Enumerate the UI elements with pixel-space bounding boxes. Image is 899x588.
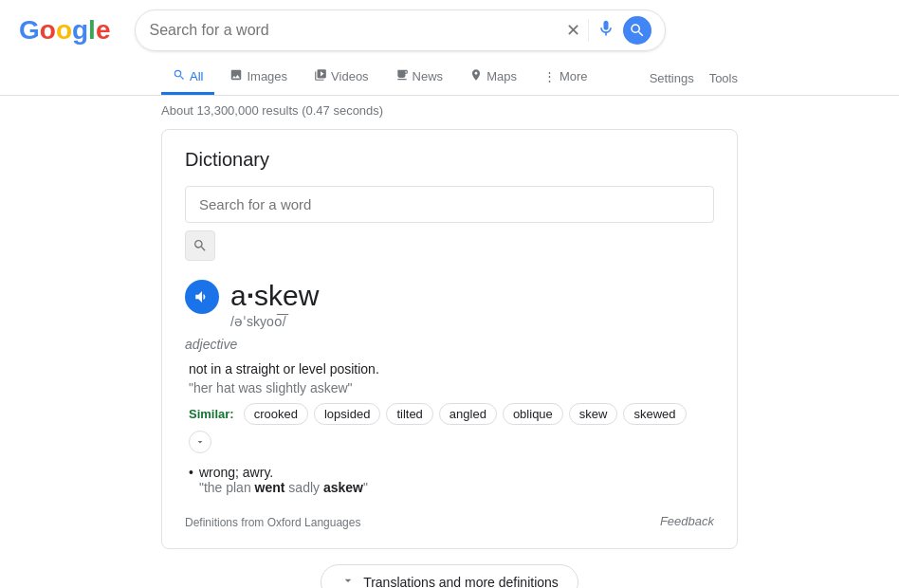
nav-item-maps[interactable]: Maps bbox=[458, 61, 528, 95]
nav-item-news[interactable]: News bbox=[384, 61, 455, 95]
similar-tag-skewed[interactable]: skewed bbox=[623, 403, 686, 425]
translations-label: Translations and more definitions bbox=[363, 575, 559, 588]
videos-icon bbox=[314, 68, 327, 84]
nav-item-more[interactable]: ⋮ More bbox=[532, 62, 599, 94]
nav-label-maps: Maps bbox=[486, 69, 517, 83]
audio-icon bbox=[185, 280, 219, 314]
word-header: a·skew /əˈskyoo͞/ bbox=[230, 280, 319, 329]
word-title: a·skew bbox=[230, 280, 319, 312]
source-row: Definitions from Oxford Languages Feedba… bbox=[185, 514, 714, 529]
google-logo: Google bbox=[19, 15, 110, 46]
def-example-1: "her hat was slightly askew" bbox=[189, 380, 714, 395]
nav-label-images: Images bbox=[247, 69, 287, 83]
nav-label-news: News bbox=[413, 69, 444, 83]
similar-tag-oblique[interactable]: oblique bbox=[503, 403, 563, 425]
bullet-symbol: • bbox=[189, 465, 193, 503]
expand-similar-button[interactable] bbox=[189, 431, 211, 453]
dict-search-container bbox=[185, 186, 714, 261]
word-pronunciation: /əˈskyoo͞/ bbox=[230, 314, 319, 329]
maps-icon bbox=[469, 68, 483, 84]
main-content: Dictionary a·skew /əˈskyoo͞/ adjective bbox=[0, 125, 899, 588]
nav-label-more: More bbox=[560, 69, 588, 83]
dict-search-button[interactable] bbox=[185, 230, 215, 261]
divider-line bbox=[588, 19, 589, 42]
settings-link[interactable]: Settings bbox=[650, 64, 694, 93]
bullet-def-2: • wrong; awry. "the plan went sadly aske… bbox=[189, 465, 714, 503]
header: Google askew ✕ bbox=[0, 0, 899, 51]
similar-tag-lopsided[interactable]: lopsided bbox=[314, 403, 380, 425]
definition-2: • wrong; awry. "the plan went sadly aske… bbox=[189, 465, 714, 503]
mic-icon[interactable] bbox=[596, 19, 615, 43]
nav-item-all[interactable]: All bbox=[161, 61, 214, 95]
def-example-2: "the plan went sadly askew" bbox=[199, 480, 368, 495]
chevron-down-icon bbox=[340, 573, 356, 588]
search-bar: askew ✕ bbox=[135, 9, 666, 51]
more-icon: ⋮ bbox=[543, 69, 556, 83]
word-entry: a·skew /əˈskyoo͞/ bbox=[185, 280, 714, 329]
search-button[interactable] bbox=[623, 16, 651, 45]
images-icon bbox=[229, 68, 243, 84]
nav-right: Settings Tools bbox=[650, 64, 738, 93]
all-icon bbox=[173, 68, 186, 84]
news-icon bbox=[395, 68, 409, 84]
def-text-2: wrong; awry. bbox=[199, 465, 368, 480]
nav-label-all: All bbox=[190, 69, 203, 83]
dict-search-input[interactable] bbox=[185, 186, 714, 223]
word-pos: adjective bbox=[185, 337, 714, 352]
clear-icon[interactable]: ✕ bbox=[566, 20, 580, 41]
nav-item-images[interactable]: Images bbox=[218, 61, 299, 95]
nav-label-videos: Videos bbox=[331, 69, 369, 83]
dictionary-card: Dictionary a·skew /əˈskyoo͞/ adjective bbox=[161, 129, 738, 549]
search-input[interactable]: askew bbox=[149, 22, 559, 39]
feedback-link[interactable]: Feedback bbox=[660, 514, 714, 528]
audio-button[interactable] bbox=[185, 280, 219, 314]
nav-items: All Images Videos News Maps bbox=[161, 61, 599, 95]
translations-container: Translations and more definitions bbox=[161, 564, 738, 588]
similar-tag-crooked[interactable]: crooked bbox=[244, 403, 308, 425]
nav-bar: All Images Videos News Maps bbox=[0, 55, 899, 96]
similar-tag-tilted[interactable]: tilted bbox=[386, 403, 432, 425]
oxford-source: Definitions from Oxford Languages bbox=[185, 516, 360, 529]
dictionary-title: Dictionary bbox=[185, 149, 714, 171]
definition-1: not in a straight or level position. "he… bbox=[189, 361, 714, 453]
results-info: About 13,300,000 results (0.47 seconds) bbox=[0, 96, 899, 125]
similar-tag-skew[interactable]: skew bbox=[569, 403, 618, 425]
tools-link[interactable]: Tools bbox=[709, 64, 738, 93]
similar-row: Similar: crooked lopsided tilted angled … bbox=[189, 403, 714, 453]
nav-item-videos[interactable]: Videos bbox=[303, 61, 380, 95]
similar-tag-angled[interactable]: angled bbox=[439, 403, 497, 425]
translations-button[interactable]: Translations and more definitions bbox=[321, 564, 578, 588]
similar-label: Similar: bbox=[189, 407, 234, 421]
def-text-1: not in a straight or level position. bbox=[189, 361, 714, 377]
